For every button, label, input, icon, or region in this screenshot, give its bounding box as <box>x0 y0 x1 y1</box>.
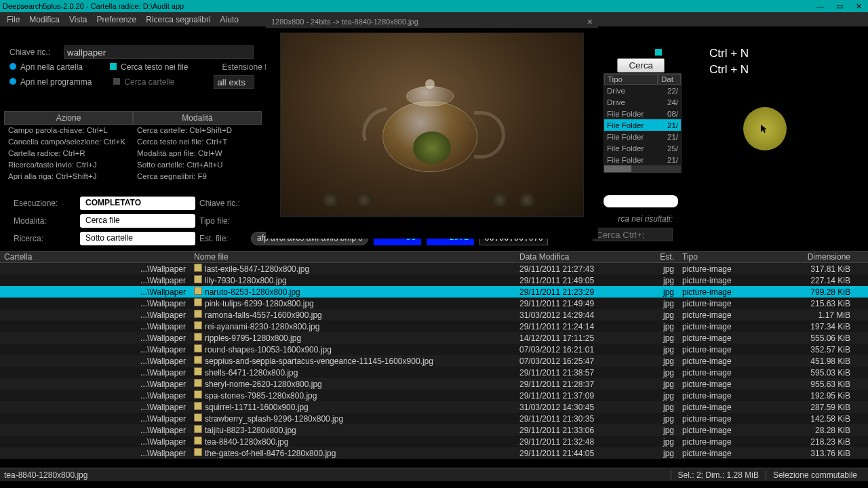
menu-modifica[interactable]: Modifica <box>29 15 60 24</box>
results-search-input[interactable] <box>593 228 673 241</box>
search-folders-option[interactable]: Cerca cartelle <box>113 77 174 87</box>
ext-input[interactable] <box>214 75 254 89</box>
exec-label: Esecuzione: <box>14 199 76 208</box>
progress-pill <box>604 195 678 207</box>
status-selection: Sel.: 2; Dim.: 1.28 MiB <box>671 470 766 480</box>
open-in-folder-option[interactable]: Apri nella cartella <box>9 62 83 72</box>
menu-aiuto[interactable]: Aiuto <box>220 15 239 24</box>
type-row[interactable]: File Folder21/ <box>604 154 681 165</box>
preview-title: 1280x800 - 24bits -> tea-8840-1280x800.j… <box>271 18 418 26</box>
type-row[interactable]: File Folder21/ <box>604 119 681 131</box>
results-grid[interactable]: ...\Wallpaperlast-exile-5847-1280x800.jp… <box>0 263 868 468</box>
open-in-program-option[interactable]: Apri nel programma <box>9 77 92 87</box>
table-row[interactable]: ...\Wallpapertaijitu-8823-1280x800.jpg29… <box>0 424 868 436</box>
table-row[interactable]: ...\Wallpapersquirrel-11711-1600x900.jpg… <box>0 401 868 413</box>
menu-file[interactable]: File <box>7 15 20 24</box>
window-title: Deepsearch5plus-2.0.20 - Cartella radice… <box>3 2 184 10</box>
table-row[interactable]: ...\Wallpaperpink-tulips-6299-1280x800.j… <box>0 298 868 309</box>
table-row[interactable]: ...\Wallpaperseppius-and-seppia-spartacu… <box>0 355 868 367</box>
table-row[interactable]: ...\Wallpapersheryl-nome-2620-1280x800.j… <box>0 378 868 390</box>
col-tipo-file[interactable]: Tipo <box>678 252 787 262</box>
menu-ricerca-segnalibri[interactable]: Ricerca segnalibri <box>146 15 210 24</box>
extfile-label: Est. file: <box>199 234 247 243</box>
table-row[interactable]: ...\Wallpaperthe-gates-of-hell-8476-1280… <box>0 447 868 459</box>
results-label: rca nei risultati: <box>618 214 673 224</box>
maximize-button[interactable]: ▭ <box>833 2 846 11</box>
table-row[interactable]: ...\Wallpaperround-shapes-10053-1600x900… <box>0 344 868 355</box>
titlebar[interactable]: Deepsearch5plus-2.0.20 - Cartella radice… <box>0 0 868 12</box>
col-tipo[interactable]: Tipo <box>604 74 658 85</box>
table-row[interactable]: ...\Wallpaperstrawberry_splash-9296-1280… <box>0 413 868 424</box>
table-row[interactable]: ...\Wallpaperlily-7930-1280x800.jpg29/11… <box>0 274 868 286</box>
table-row[interactable]: ...\Wallpapernaruto-8253-1280x800.jpg29/… <box>0 286 868 298</box>
statusbar: tea-8840-1280x800.jpg Sel.: 2; Dim.: 1.2… <box>0 468 868 481</box>
type-table[interactable]: TipoDat Drive22/Drive24/File Folder08/Fi… <box>604 73 682 173</box>
type-label: Tipo file: <box>199 216 247 226</box>
menu-preferenze[interactable]: Preferenze <box>97 15 137 24</box>
type-row[interactable]: File Folder25/ <box>604 142 681 154</box>
col-dimensione[interactable]: Dimensione <box>787 252 854 262</box>
table-row[interactable]: ...\Wallpaperspa-stones-7985-1280x800.jp… <box>0 390 868 401</box>
preview-image <box>280 33 584 217</box>
search-text-option[interactable]: Cerca testo nei file <box>110 62 188 72</box>
exec-value: COMPLETATO <box>80 197 195 210</box>
table-row[interactable]: ...\Wallpapershells-6471-1280x800.jpg29/… <box>0 367 868 378</box>
col-dat[interactable]: Dat <box>658 74 681 85</box>
close-button[interactable]: ✕ <box>852 2 865 11</box>
h-scrollbar[interactable] <box>604 165 681 172</box>
search-mode-value: Sotto cartelle <box>80 232 195 245</box>
col-est[interactable]: Est. <box>637 252 678 262</box>
minimize-button[interactable]: — <box>814 2 827 11</box>
mode-value: Cerca file <box>80 214 195 228</box>
cerca-button[interactable]: Cerca <box>617 58 665 73</box>
status-toggle[interactable]: Selezione commutabile <box>766 470 864 480</box>
search-key-label: Chiave ric.: <box>9 47 50 57</box>
table-row[interactable]: ...\Wallpaperramona-falls-4557-1600x900.… <box>0 309 868 321</box>
col-nome-file[interactable]: Nome file <box>190 252 515 262</box>
col-azione[interactable]: Azione <box>4 111 133 125</box>
col-cartella[interactable]: Cartella <box>0 252 190 262</box>
shortcut-hint-overlay: Ctrl + NCtrl + N <box>697 37 854 102</box>
table-row[interactable]: ...\Wallpaperripples-9795-1280x800.jpg14… <box>0 332 868 344</box>
preview-window[interactable]: 1280x800 - 24bits -> tea-8840-1280x800.j… <box>266 15 598 239</box>
col-modalita[interactable]: Modalità <box>133 111 262 125</box>
key2-label: Chiave ric.: <box>199 199 247 208</box>
menu-vista[interactable]: Vista <box>69 15 87 24</box>
search-key-input[interactable] <box>64 45 254 59</box>
type-row[interactable]: File Folder21/ <box>604 131 681 142</box>
grid-header[interactable]: Cartella Nome file Data Modifica Est. Ti… <box>0 251 868 263</box>
table-row[interactable]: ...\Wallpaperlast-exile-5847-1280x800.jp… <box>0 263 868 274</box>
type-row[interactable]: Drive24/ <box>604 96 681 108</box>
type-row[interactable]: Drive22/ <box>604 85 681 96</box>
mode-label: Modalità: <box>14 216 76 226</box>
preview-close-icon[interactable]: × <box>587 16 593 27</box>
cursor-icon <box>760 123 770 134</box>
shortcut-tables: Azione Modalità Campo parola-chiave: Ctr… <box>4 111 262 182</box>
col-data[interactable]: Data Modifica <box>515 252 637 262</box>
type-row[interactable]: File Folder08/ <box>604 108 681 119</box>
unknown-checkbox[interactable] <box>655 49 662 56</box>
shortcuts-modalita: Cerca cartelle: Ctrl+Shift+DCerca testo … <box>133 125 262 182</box>
search-mode-label: Ricerca: <box>14 234 76 243</box>
status-file: tea-8840-1280x800.jpg <box>4 470 87 480</box>
table-row[interactable]: ...\Wallpapertea-8840-1280x800.jpg29/11/… <box>0 436 868 447</box>
table-row[interactable]: ...\Wallpaperrei-ayanami-8230-1280x800.j… <box>0 321 868 332</box>
cursor-highlight <box>743 107 787 150</box>
shortcuts-azione: Campo parola-chiave: Ctrl+LCancella camp… <box>4 125 133 182</box>
